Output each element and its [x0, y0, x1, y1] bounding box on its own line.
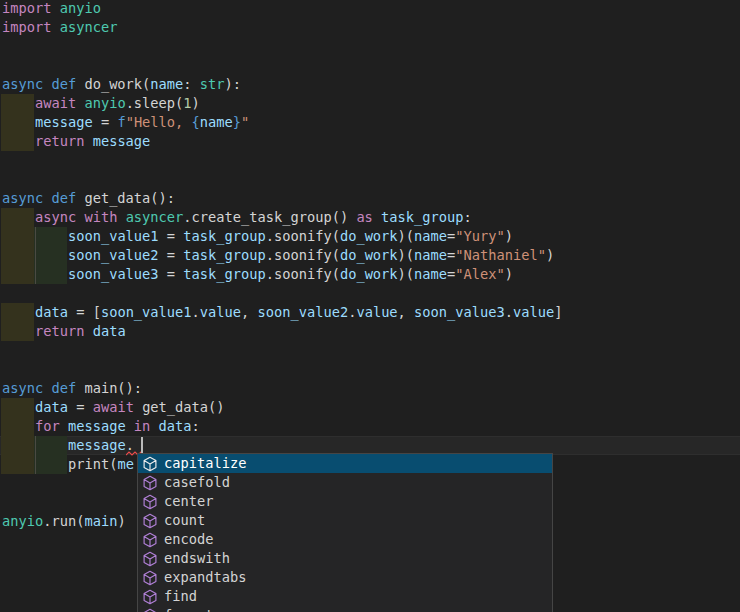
- code-token: f: [117, 114, 125, 130]
- code-token: task_group: [381, 209, 463, 225]
- code-line[interactable]: message = f"Hello, {name}": [0, 113, 740, 132]
- code-token: anyio: [84, 95, 125, 111]
- suggest-item-label: casefold: [164, 473, 230, 492]
- text-cursor: [141, 437, 143, 454]
- method-cube-icon: [142, 513, 158, 529]
- code-token: ]: [554, 304, 562, 320]
- code-line[interactable]: [0, 360, 740, 379]
- code-token: ): [505, 228, 513, 244]
- code-token: in: [126, 418, 159, 434]
- code-line[interactable]: [0, 284, 740, 303]
- code-line-text: return message: [0, 132, 740, 151]
- code-token: "Nathaniel": [455, 247, 546, 263]
- suggest-item-endswith[interactable]: endswith: [138, 549, 552, 568]
- code-token: .soonify(: [266, 266, 340, 282]
- code-line[interactable]: import anyio: [0, 0, 740, 18]
- suggest-item-label: endswith: [164, 549, 230, 568]
- code-line[interactable]: [0, 56, 740, 75]
- suggest-item-label: count: [164, 511, 205, 530]
- code-line[interactable]: import asyncer: [0, 18, 740, 37]
- code-token: return: [35, 133, 93, 149]
- code-token: value: [200, 304, 241, 320]
- code-line[interactable]: for message in data:: [0, 417, 740, 436]
- code-token: .: [192, 304, 200, 320]
- suggest-item-count[interactable]: count: [138, 511, 552, 530]
- code-line[interactable]: return message: [0, 132, 740, 151]
- code-token: [2, 418, 35, 434]
- code-line[interactable]: data = [soon_value1.value, soon_value2.v…: [0, 303, 740, 322]
- code-token: data: [35, 304, 68, 320]
- suggest-item-find[interactable]: find: [138, 587, 552, 606]
- code-lines-layer: import anyioimport asyncerasync def do_w…: [0, 0, 740, 531]
- code-line[interactable]: [0, 37, 740, 56]
- method-cube-icon: [142, 494, 158, 510]
- suggest-item-label: find: [164, 587, 197, 606]
- code-token: task_group: [183, 266, 265, 282]
- code-line-text: await anyio.sleep(1): [0, 94, 740, 113]
- code-token: message: [68, 437, 126, 453]
- code-line[interactable]: async def do_work(name: str):: [0, 75, 740, 94]
- code-line-text: soon_value2 = task_group.soonify(do_work…: [0, 246, 740, 265]
- code-line-text: for message in data:: [0, 417, 740, 436]
- suggest-item-capitalize[interactable]: capitalize: [138, 454, 552, 473]
- code-token: [2, 228, 68, 244]
- code-line-text: async def main():: [0, 379, 740, 398]
- code-line[interactable]: data = await get_data(): [0, 398, 740, 417]
- code-token: soon_value2: [68, 247, 159, 263]
- code-token: get_data():: [84, 190, 175, 206]
- method-cube-icon: [142, 608, 158, 612]
- code-token: ): [117, 513, 125, 529]
- suggest-item-label: expandtabs: [164, 568, 246, 587]
- code-token: [2, 304, 35, 320]
- suggest-item-center[interactable]: center: [138, 492, 552, 511]
- code-token: anyio: [2, 513, 43, 529]
- code-token: =: [159, 228, 184, 244]
- code-token: =: [159, 247, 184, 263]
- code-line[interactable]: [0, 341, 740, 360]
- code-line[interactable]: async def get_data():: [0, 189, 740, 208]
- code-token: return: [35, 323, 93, 339]
- code-line[interactable]: soon_value2 = task_group.soonify(do_work…: [0, 246, 740, 265]
- code-line[interactable]: soon_value3 = task_group.soonify(do_work…: [0, 265, 740, 284]
- code-token: asyncer: [126, 209, 184, 225]
- code-token: task_group: [183, 247, 265, 263]
- code-line-text: data = await get_data(): [0, 398, 740, 417]
- code-token: ,: [241, 304, 257, 320]
- suggest-item-label: encode: [164, 530, 213, 549]
- code-token: do_work: [340, 266, 398, 282]
- code-token: for: [35, 418, 68, 434]
- code-token: await: [35, 95, 84, 111]
- suggest-item-format[interactable]: format: [138, 606, 552, 612]
- code-token: [2, 95, 35, 111]
- code-token: soon_value1: [101, 304, 192, 320]
- code-line[interactable]: async def main():: [0, 379, 740, 398]
- code-line[interactable]: [0, 170, 740, 189]
- code-token: import: [2, 0, 60, 16]
- code-token: ): [192, 95, 200, 111]
- suggest-widget: capitalizecasefoldcentercountencodeendsw…: [137, 453, 553, 612]
- code-line-text: async with asyncer.create_task_group() a…: [0, 208, 740, 227]
- code-line[interactable]: async with asyncer.create_task_group() a…: [0, 208, 740, 227]
- suggest-item-expandtabs[interactable]: expandtabs: [138, 568, 552, 587]
- suggest-item-encode[interactable]: encode: [138, 530, 552, 549]
- code-token: soon_value3: [414, 304, 505, 320]
- code-token: soon_value1: [68, 228, 159, 244]
- code-line[interactable]: soon_value1 = task_group.soonify(do_work…: [0, 227, 740, 246]
- code-token: }: [233, 114, 241, 130]
- code-token: ,: [398, 304, 414, 320]
- method-cube-icon: [142, 589, 158, 605]
- suggest-item-casefold[interactable]: casefold: [138, 473, 552, 492]
- method-cube-icon: [142, 532, 158, 548]
- code-line-text: import asyncer: [0, 18, 740, 37]
- code-token: do_work(: [84, 76, 150, 92]
- code-line-text: [0, 341, 740, 360]
- code-line[interactable]: [0, 151, 740, 170]
- method-cube-icon: [142, 456, 158, 472]
- code-line[interactable]: await anyio.sleep(1): [0, 94, 740, 113]
- code-line[interactable]: return data: [0, 322, 740, 341]
- code-token: )(: [398, 228, 414, 244]
- code-token: {: [192, 114, 200, 130]
- suggest-item-label: center: [164, 492, 213, 511]
- code-token: get_data(): [142, 399, 224, 415]
- code-token: [2, 209, 35, 225]
